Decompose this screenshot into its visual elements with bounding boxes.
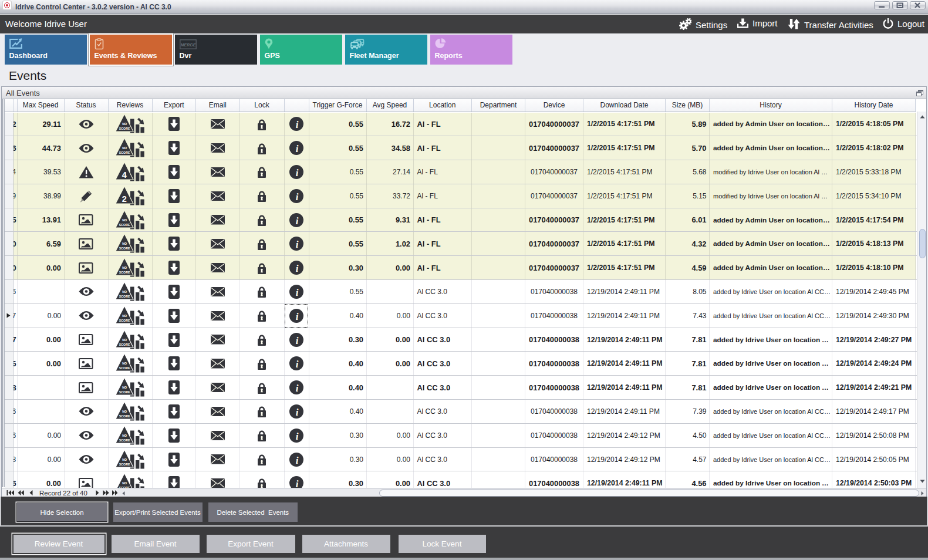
svg-text:i: i [296,287,299,298]
svg-text:NO: NO [122,290,127,294]
svg-text:NO: NO [122,314,127,318]
svg-text:MERGE: MERGE [180,43,195,47]
svg-text:i: i [296,311,299,322]
svg-text:SCORE: SCORE [119,127,130,130]
svg-text:SCORE: SCORE [119,295,130,298]
svg-text:i: i [296,191,299,203]
svg-text:i: i [296,335,299,346]
svg-text:SCORE: SCORE [119,438,130,441]
svg-text:i: i [296,359,299,370]
svg-text:i: i [296,383,299,394]
svg-text:NO: NO [122,218,127,222]
svg-text:i: i [296,143,299,154]
svg-text:NO: NO [122,410,127,413]
svg-text:NO: NO [122,242,127,246]
svg-text:i: i [296,119,299,130]
svg-text:SCORE: SCORE [119,414,130,418]
svg-text:SCORE: SCORE [119,271,130,274]
svg-text:SCORE: SCORE [119,366,130,370]
svg-text:4: 4 [122,170,126,180]
svg-text:i: i [296,407,299,418]
svg-text:SCORE: SCORE [119,318,130,322]
svg-text:NO: NO [122,458,127,461]
svg-text:NO: NO [122,123,127,126]
svg-text:SCORE: SCORE [119,151,130,154]
svg-text:NO: NO [122,266,127,270]
svg-text:NO: NO [122,147,127,150]
svg-text:SCORE: SCORE [119,462,130,465]
svg-text:SCORE: SCORE [119,222,130,226]
svg-text:NO: NO [122,482,127,485]
svg-text:i: i [296,455,299,466]
svg-text:i: i [296,478,299,488]
svg-text:2: 2 [122,194,126,203]
svg-text:i: i [296,167,299,178]
svg-text:SCORE: SCORE [119,247,130,250]
svg-text:SCORE: SCORE [119,390,130,394]
svg-text:i: i [296,263,299,274]
svg-text:NO: NO [122,338,127,342]
svg-text:i: i [296,215,299,227]
svg-text:i: i [296,431,299,442]
svg-text:NO: NO [122,386,127,390]
svg-text:i: i [296,239,299,250]
svg-text:NO: NO [122,362,127,366]
svg-text:NO: NO [122,434,127,437]
svg-text:SCORE: SCORE [119,342,130,346]
